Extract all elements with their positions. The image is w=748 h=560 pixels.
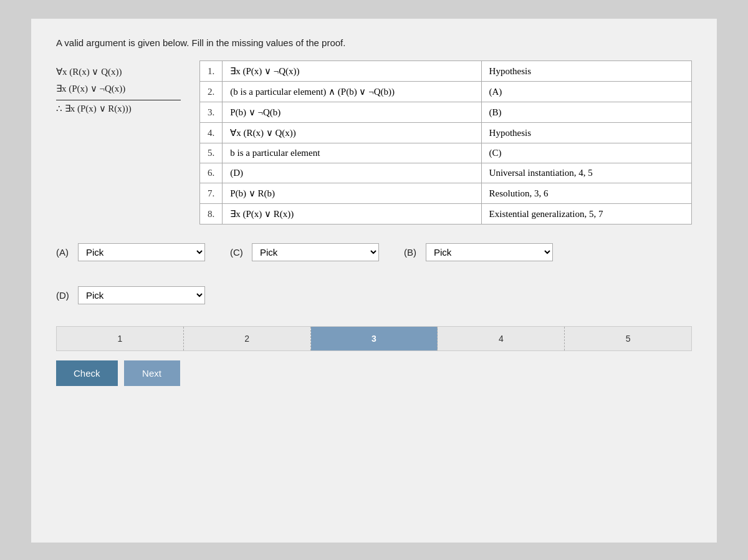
row-num: 8. xyxy=(200,204,223,224)
check-button[interactable]: Check xyxy=(56,360,118,386)
row-statement: ∀x (R(x) ∨ Q(x)) xyxy=(223,123,481,143)
row-justification: (C) xyxy=(481,143,691,163)
page-segment-4[interactable]: 4 xyxy=(438,327,565,350)
row-num: 5. xyxy=(200,143,223,163)
dropdown-group-C: (C) PickExistential instantiationUnivers… xyxy=(230,243,379,261)
dropdown-C-select[interactable]: PickExistential instantiationUniversal i… xyxy=(252,243,379,261)
dropdown-group-B: (B) PickExistential instantiationUnivers… xyxy=(404,243,553,261)
dropdown-B-label: (B) xyxy=(404,247,420,258)
row-justification: (A) xyxy=(481,82,691,102)
table-row: 7.P(b) ∨ R(b)Resolution, 3, 6 xyxy=(200,183,692,204)
page-segment-1[interactable]: 1 xyxy=(57,327,184,350)
row-num: 2. xyxy=(200,82,223,102)
dropdowns-row: (A) PickExistential instantiationUnivers… xyxy=(56,243,692,304)
table-row: 6.(D)Universal instantiation, 4, 5 xyxy=(200,163,692,183)
next-button[interactable]: Next xyxy=(124,360,180,386)
row-num: 4. xyxy=(200,123,223,143)
page-segment-3[interactable]: 3 xyxy=(311,327,438,350)
buttons-row: Check Next xyxy=(56,360,692,386)
conclusion-line: ∴ ∃x (P(x) ∨ R(x))) xyxy=(56,100,181,114)
table-row: 1.∃x (P(x) ∨ ¬Q(x))Hypothesis xyxy=(200,61,692,82)
premise-line-1: ∀x (R(x) ∨ Q(x)) xyxy=(56,64,181,80)
row-num: 6. xyxy=(200,163,223,183)
row-statement: (D) xyxy=(223,163,481,183)
row-statement: P(b) ∨ R(b) xyxy=(223,183,481,204)
dropdown-B-select[interactable]: PickExistential instantiationUniversal i… xyxy=(426,243,553,261)
premises-block: ∀x (R(x) ∨ Q(x)) ∃x (P(x) ∨ ¬Q(x)) ∴ ∃x … xyxy=(56,60,181,224)
table-row: 8.∃x (P(x) ∨ R(x))Existential generaliza… xyxy=(200,204,692,224)
page-container: A valid argument is given below. Fill in… xyxy=(31,19,717,543)
dropdown-group-D: (D) PickExistential instantiationUnivers… xyxy=(56,286,205,304)
row-statement: P(b) ∨ ¬Q(b) xyxy=(223,102,481,123)
table-row: 3.P(b) ∨ ¬Q(b)(B) xyxy=(200,102,692,123)
top-section: ∀x (R(x) ∨ Q(x)) ∃x (P(x) ∨ ¬Q(x)) ∴ ∃x … xyxy=(56,60,692,224)
row-statement: ∃x (P(x) ∨ ¬Q(x)) xyxy=(223,61,481,82)
table-row: 2.(b is a particular element) ∧ (P(b) ∨ … xyxy=(200,82,692,102)
row-justification: Universal instantiation, 4, 5 xyxy=(481,163,691,183)
row-justification: Hypothesis xyxy=(481,61,691,82)
pagination-bar: 12345 xyxy=(56,326,692,351)
table-row: 5.b is a particular element(C) xyxy=(200,143,692,163)
row-justification: (B) xyxy=(481,102,691,123)
row-num: 1. xyxy=(200,61,223,82)
table-row: 4.∀x (R(x) ∨ Q(x))Hypothesis xyxy=(200,123,692,143)
dropdown-D-label: (D) xyxy=(56,290,72,301)
row-justification: Resolution, 3, 6 xyxy=(481,183,691,204)
dropdown-A-label: (A) xyxy=(56,247,72,258)
proof-table: 1.∃x (P(x) ∨ ¬Q(x))Hypothesis2.(b is a p… xyxy=(199,60,692,224)
page-segment-2[interactable]: 2 xyxy=(184,327,311,350)
premise-line-2: ∃x (P(x) ∨ ¬Q(x)) xyxy=(56,80,181,97)
row-justification: Existential generalization, 5, 7 xyxy=(481,204,691,224)
row-num: 7. xyxy=(200,183,223,204)
instruction-text: A valid argument is given below. Fill in… xyxy=(56,37,692,48)
row-statement: (b is a particular element) ∧ (P(b) ∨ ¬Q… xyxy=(223,82,481,102)
row-statement: ∃x (P(x) ∨ R(x)) xyxy=(223,204,481,224)
row-justification: Hypothesis xyxy=(481,123,691,143)
dropdown-A-select[interactable]: PickExistential instantiationUniversal i… xyxy=(78,243,205,261)
row-num: 3. xyxy=(200,102,223,123)
row-statement: b is a particular element xyxy=(223,143,481,163)
dropdown-D-select[interactable]: PickExistential instantiationUniversal i… xyxy=(78,286,205,304)
page-segment-5[interactable]: 5 xyxy=(565,327,691,350)
dropdown-group-A: (A) PickExistential instantiationUnivers… xyxy=(56,243,205,261)
dropdown-C-label: (C) xyxy=(230,247,246,258)
